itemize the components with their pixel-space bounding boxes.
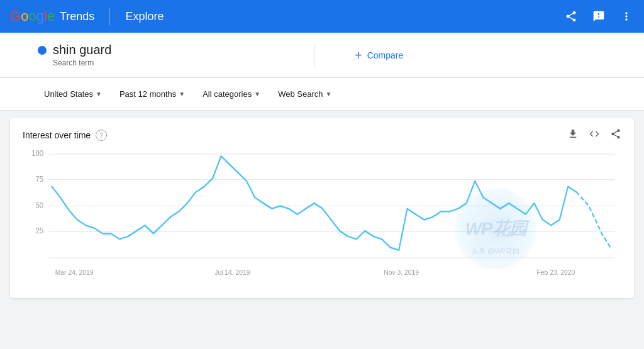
search-type-chevron-icon: ▼	[325, 91, 331, 97]
region-chevron-icon: ▼	[96, 91, 102, 97]
search-term-dot	[38, 46, 47, 55]
svg-text:Jul 14, 2019: Jul 14, 2019	[214, 269, 250, 276]
period-label: Past 12 months	[119, 89, 176, 99]
search-type-label: Web Search	[278, 89, 323, 99]
region-filter[interactable]: United States ▼	[38, 86, 108, 102]
period-filter[interactable]: Past 12 months ▼	[113, 86, 191, 102]
download-icon[interactable]	[567, 128, 579, 142]
explore-label: Explore	[125, 10, 164, 23]
embed-icon[interactable]	[589, 128, 600, 142]
period-chevron-icon: ▼	[179, 91, 185, 97]
chart-share-icon[interactable]	[610, 128, 621, 142]
trend-line-dashed	[577, 192, 612, 250]
svg-text:75: 75	[35, 175, 43, 183]
region-label: United States	[44, 89, 93, 99]
app-header: Google Trends Explore	[0, 0, 644, 33]
filters-bar: United States ▼ Past 12 months ▼ All cat…	[0, 78, 644, 111]
svg-text:Mar 24, 2019: Mar 24, 2019	[55, 269, 94, 276]
trends-wordmark: Trends	[60, 10, 94, 23]
search-area: shin guard Search term + Compare	[0, 33, 644, 78]
category-label: All categories	[203, 89, 252, 99]
search-term-box: shin guard Search term	[38, 43, 314, 67]
svg-text:Feb 23, 2020: Feb 23, 2020	[536, 269, 575, 276]
compare-label: Compare	[367, 50, 404, 60]
header-divider	[109, 8, 110, 25]
svg-text:50: 50	[35, 201, 43, 209]
search-term-text[interactable]: shin guard	[53, 43, 111, 57]
chart-header: Interest over time ?	[23, 128, 621, 142]
help-label: ?	[99, 131, 103, 139]
search-type-filter[interactable]: Web Search ▼	[272, 86, 338, 102]
chart-container: 100 75 50 25 Mar 24, 2019 Jul 14, 2019 N…	[23, 147, 621, 285]
svg-text:Nov 3, 2019: Nov 3, 2019	[384, 269, 419, 276]
help-icon[interactable]: ?	[96, 130, 107, 141]
feedback-icon[interactable]	[591, 9, 606, 24]
trend-chart-svg: 100 75 50 25 Mar 24, 2019 Jul 14, 2019 N…	[23, 147, 621, 285]
category-chevron-icon: ▼	[254, 91, 260, 97]
category-filter[interactable]: All categories ▼	[196, 86, 267, 102]
menu-icon[interactable]	[619, 9, 634, 24]
chart-area: Interest over time ?	[10, 118, 634, 298]
google-logo: Google Trends	[10, 8, 94, 25]
share-icon[interactable]	[564, 9, 579, 24]
compare-plus-icon: +	[355, 49, 362, 62]
trend-line	[52, 156, 577, 250]
chart-actions	[567, 128, 621, 142]
chart-title: Interest over time	[23, 130, 91, 140]
compare-button[interactable]: + Compare	[340, 44, 418, 67]
svg-text:25: 25	[35, 226, 43, 235]
chart-title-row: Interest over time ?	[23, 130, 107, 141]
header-actions	[564, 9, 634, 24]
google-wordmark: Google	[10, 8, 55, 25]
svg-text:100: 100	[31, 149, 43, 157]
search-term-type: Search term	[38, 58, 289, 67]
